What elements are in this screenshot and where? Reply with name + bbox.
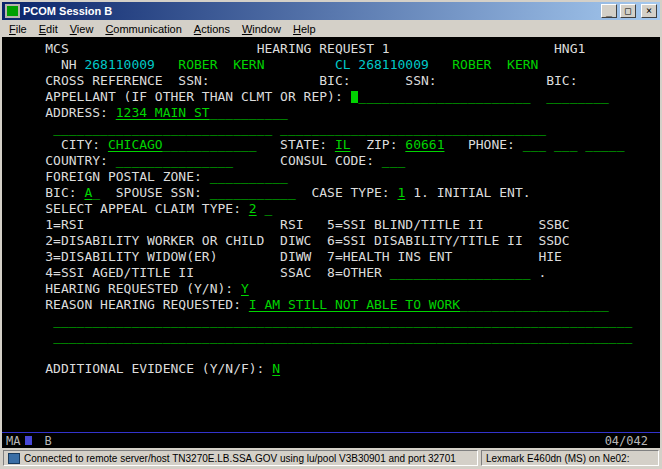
menu-help[interactable]: Help: [287, 22, 322, 36]
spouse-ssn-input[interactable]: ___________: [210, 185, 296, 201]
other-claim-input[interactable]: __________________: [390, 265, 531, 281]
claim-option-1-code: RSI: [280, 217, 303, 233]
additional-evidence-label: ADDITIONAL EVIDENCE (Y/N/F):: [45, 361, 264, 377]
claim-type-label: SELECT APPEAL CLAIM TYPE:: [45, 201, 241, 217]
screen-code: HNG1: [554, 41, 585, 57]
case-type-label: CASE TYPE:: [311, 185, 389, 201]
xref-ssn2-label: SSN:: [405, 73, 436, 89]
printer-status-panel: Lexmark E460dn (MS) on Ne02:: [481, 450, 659, 466]
oia-block-icon: [25, 436, 32, 445]
zip-label: ZIP:: [366, 137, 397, 153]
menu-edit-label: Edit: [39, 23, 58, 35]
claim-option-5-label: 5=SSI BLIND/TITLE II: [327, 217, 484, 233]
pcom-window: PCOM Session B _ □ × File Edit View Comm…: [0, 0, 662, 469]
city-label: CITY:: [61, 137, 100, 153]
claim-option-7-label: 7=HEALTH INS ENT: [327, 249, 452, 265]
country-input[interactable]: _______________: [116, 153, 233, 169]
xref-bic1-label: BIC:: [319, 73, 350, 89]
connection-status-text: Connected to remote server/host TN3270E.…: [24, 453, 456, 464]
foreign-postal-zone-label: FOREIGN POSTAL ZONE:: [45, 169, 202, 185]
claimant-row: NH 268110009 ROBER KERN CL 268110009 ROB…: [2, 57, 660, 73]
reason-line3-row: ________________________________________…: [2, 329, 660, 345]
maximize-button[interactable]: □: [620, 4, 636, 18]
blank-row: [2, 393, 660, 409]
oia-left: MA B: [6, 433, 52, 449]
claim-option-3-code: DIWW: [280, 249, 311, 265]
close-button[interactable]: ×: [641, 4, 657, 18]
cl-name: ROBER KERN: [452, 57, 538, 73]
claim-option-6-label: 6=SSI DISABILITY/TITLE II: [327, 233, 523, 249]
header-row: MCS HEARING REQUEST 1 HNG1: [2, 41, 660, 57]
blank-row: [2, 345, 660, 361]
foreign-postal-zone-row: FOREIGN POSTAL ZONE: __________: [2, 169, 660, 185]
title-bar: PCOM Session B _ □ ×: [2, 2, 660, 20]
foreign-postal-zone-input[interactable]: __________: [210, 169, 288, 185]
menu-actions[interactable]: Actions: [188, 22, 236, 36]
app-icon[interactable]: [5, 4, 20, 18]
consul-code-input[interactable]: ___: [382, 153, 405, 169]
menu-file-label: File: [9, 23, 27, 35]
city-state-zip-row: CITY: CHICAGO ____________ STATE: IL ZIP…: [2, 137, 660, 153]
state-input[interactable]: IL: [335, 137, 351, 153]
hearing-requested-input[interactable]: Y: [241, 281, 249, 297]
claim-type-row: SELECT APPEAL CLAIM TYPE: 2 _: [2, 201, 660, 217]
menu-view[interactable]: View: [64, 22, 100, 36]
address-label: ADDRESS:: [45, 105, 108, 121]
case-type-desc: 1. INITIAL ENT.: [413, 185, 530, 201]
hearing-requested-label: HEARING REQUESTED (Y/N):: [45, 281, 233, 297]
menu-file[interactable]: File: [3, 22, 33, 36]
terminal-screen[interactable]: MCS HEARING REQUEST 1 HNG1 NH 268110009 …: [2, 37, 660, 448]
additional-evidence-row: ADDITIONAL EVIDENCE (Y/N/F): N: [2, 361, 660, 377]
xref-bic2-label: BIC:: [546, 73, 577, 89]
zip-input[interactable]: 60661: [405, 137, 444, 153]
appellant-field-1[interactable]: ______________________: [358, 89, 530, 105]
additional-evidence-input[interactable]: N: [272, 361, 280, 377]
claim-option-1-label: 1=RSI: [45, 217, 84, 233]
country-label: COUNTRY:: [45, 153, 108, 169]
reason-input-fill[interactable]: ___________________: [460, 297, 609, 313]
cross-reference-row: CROSS REFERENCE SSN: BIC: SSN: BIC:: [2, 73, 660, 89]
address-input-fill[interactable]: __________: [210, 105, 288, 121]
menu-edit[interactable]: Edit: [33, 22, 64, 36]
phone-area-input[interactable]: ___: [523, 137, 546, 153]
cursor[interactable]: [351, 91, 359, 103]
reason-row: REASON HEARING REQUESTED: I AM STILL NOT…: [2, 297, 660, 313]
oia-status: MA: [6, 433, 20, 449]
claim-option-2-code: DIWC: [280, 233, 311, 249]
reason-line3-input[interactable]: ________________________________________…: [53, 329, 632, 345]
phone-line-input[interactable]: _____: [585, 137, 624, 153]
state-label: STATE:: [280, 137, 327, 153]
appellant-field-2[interactable]: ________: [546, 89, 609, 105]
claim-option-row-4: 4=SSI AGED/TITLE II SSAC 8=OTHER _______…: [2, 265, 660, 281]
system-id: MCS: [45, 41, 68, 57]
menu-window-label: Window: [242, 23, 281, 35]
window-title: PCOM Session B: [23, 5, 598, 17]
claim-option-7-code: HIE: [538, 249, 561, 265]
claim-type-input-2[interactable]: _: [264, 201, 272, 217]
minimize-button[interactable]: _: [601, 4, 617, 18]
city-input[interactable]: CHICAGO: [108, 137, 163, 153]
menu-window[interactable]: Window: [236, 22, 287, 36]
oia-status-row: MA B 04/042: [2, 432, 660, 448]
cl-label: CL: [335, 57, 351, 73]
nh-name: ROBER KERN: [178, 57, 264, 73]
address-line2-input[interactable]: ____________________________: [53, 121, 272, 137]
menu-communication[interactable]: Communication: [99, 22, 187, 36]
reason-input[interactable]: I AM STILL NOT ABLE TO WORK: [249, 297, 460, 313]
city-input-fill[interactable]: ____________: [163, 137, 257, 153]
claim-type-input[interactable]: 2: [249, 201, 257, 217]
address-input[interactable]: 1234 MAIN ST: [116, 105, 210, 121]
claim-option-4-code: SSAC: [280, 265, 311, 281]
reason-line2-input[interactable]: ________________________________________…: [53, 313, 632, 329]
address-line3-input[interactable]: __________________________________: [280, 121, 546, 137]
claim-option-3-label: 3=DISABILITY WIDOW(ER): [45, 249, 217, 265]
phone-prefix-input[interactable]: ___: [554, 137, 577, 153]
terminal-rows: MCS HEARING REQUEST 1 HNG1 NH 268110009 …: [2, 37, 660, 409]
case-type-input[interactable]: 1: [398, 185, 406, 201]
screen-title: HEARING REQUEST 1: [257, 41, 390, 57]
bic-input-fill[interactable]: _: [92, 185, 100, 201]
menu-communication-label: Communication: [105, 23, 181, 35]
bic-input[interactable]: A: [84, 185, 92, 201]
claim-option-4-label: 4=SSI AGED/TITLE II: [45, 265, 194, 281]
claim-option-2-label: 2=DISABILITY WORKER OR CHILD: [45, 233, 264, 249]
